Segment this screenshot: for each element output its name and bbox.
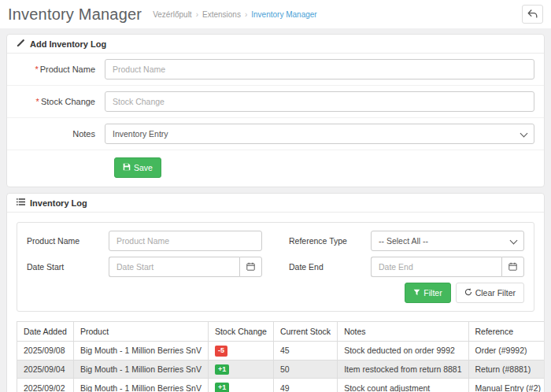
date-start-calendar-button[interactable] [239, 257, 262, 277]
add-panel-title: Add Inventory Log [30, 39, 106, 49]
col-stock-change: Stock Change [208, 322, 273, 342]
table-row: 2025/09/02Big Mouth - 1 Million Berries … [17, 379, 545, 392]
stock-change-label: *Stock Change [17, 97, 105, 106]
save-button[interactable]: Save [114, 157, 161, 178]
breadcrumb: Vezérlőpult Extensions Inventory Manager [153, 10, 316, 19]
inventory-log-panel: Inventory Log Product Name Date Start [6, 193, 545, 392]
filter-button[interactable]: Filter [405, 283, 450, 303]
table-row: 2025/09/08Big Mouth - 1 Million Berries … [17, 342, 545, 361]
log-panel-title: Inventory Log [30, 198, 87, 208]
table-header-row: Date Added Product Stock Change Current … [17, 322, 545, 342]
cell-notes: Stock deducted on order 9992 [338, 342, 468, 361]
cell-reference: Order (#9992) [468, 342, 545, 361]
cell-reference: Manual Entry (#2) [468, 379, 545, 392]
clear-filter-button[interactable]: Clear Filter [456, 283, 524, 303]
pencil-icon [17, 39, 25, 49]
filter-row-date-end: Date End [289, 257, 524, 277]
stock-change-badge: +1 [215, 383, 229, 392]
col-date-added: Date Added [17, 322, 74, 342]
refresh-icon [464, 288, 472, 298]
add-inventory-log-panel: Add Inventory Log *Product Name *Stock C… [6, 34, 545, 187]
log-table-body: 2025/09/08Big Mouth - 1 Million Berries … [17, 342, 545, 392]
cell-date-added: 2025/09/02 [17, 379, 74, 392]
inventory-log-table: Date Added Product Stock Change Current … [17, 321, 534, 392]
form-row-notes: Notes Inventory Entry [7, 118, 544, 150]
filter-product-name-label: Product Name [27, 236, 109, 246]
stock-change-badge: -5 [215, 346, 227, 357]
cell-product: Big Mouth - 1 Million Berries SnV [73, 360, 208, 379]
cell-stock-change: +1 [208, 379, 273, 392]
filter-date-start-label: Date Start [27, 262, 109, 272]
filter-row-date-start: Date Start [27, 257, 262, 277]
col-reference: Reference [468, 322, 545, 342]
stock-change-input[interactable] [105, 91, 534, 112]
date-end-input[interactable] [371, 257, 501, 277]
table-row: 2025/09/04Big Mouth - 1 Million Berries … [17, 360, 545, 379]
col-product: Product [73, 322, 208, 342]
product-name-label: *Product Name [17, 65, 105, 74]
filter-product-name-input[interactable] [109, 231, 262, 251]
calendar-icon [508, 261, 517, 273]
funnel-icon [413, 288, 420, 298]
filter-reference-type-label: Reference Type [289, 236, 371, 246]
calendar-icon [246, 261, 255, 273]
required-marker: * [36, 97, 39, 106]
cell-stock-change: +1 [208, 360, 273, 379]
reference-type-select[interactable]: -- Select All -- [371, 231, 524, 251]
cell-current-stock: 45 [273, 342, 337, 361]
date-end-calendar-button[interactable] [501, 257, 524, 277]
cell-date-added: 2025/09/08 [17, 342, 74, 361]
filter-row-reference-type: Reference Type -- Select All -- [289, 231, 524, 251]
page-title: Inventory Manager [8, 6, 142, 24]
add-panel-heading: Add Inventory Log [7, 35, 544, 54]
form-row-product-name: *Product Name [7, 54, 544, 86]
required-marker: * [35, 65, 38, 74]
date-start-input[interactable] [109, 257, 239, 277]
back-button[interactable] [522, 5, 543, 24]
product-name-input[interactable] [105, 59, 534, 80]
breadcrumb-inventory-manager[interactable]: Inventory Manager [241, 10, 317, 19]
save-row: Save [7, 150, 544, 187]
cell-product: Big Mouth - 1 Million Berries SnV [73, 342, 208, 361]
col-notes: Notes [338, 322, 468, 342]
cell-date-added: 2025/09/04 [17, 360, 74, 379]
cell-reference: Return (#8881) [468, 360, 545, 379]
save-icon [123, 163, 131, 172]
filter-date-end-label: Date End [289, 262, 371, 272]
breadcrumb-extensions[interactable]: Extensions [192, 10, 241, 19]
list-icon [17, 198, 25, 208]
stock-change-badge: +1 [215, 364, 229, 375]
notes-select[interactable]: Inventory Entry [105, 124, 534, 144]
cell-stock-change: -5 [208, 342, 273, 361]
filter-row-product-name: Product Name [27, 231, 262, 251]
log-panel-heading: Inventory Log [7, 194, 544, 213]
notes-label: Notes [17, 129, 105, 139]
back-arrow-icon [527, 9, 538, 20]
cell-current-stock: 50 [273, 360, 337, 379]
cell-current-stock: 49 [273, 379, 337, 392]
col-current-stock: Current Stock [273, 322, 337, 342]
form-row-stock-change: *Stock Change [7, 86, 544, 118]
page-header: Inventory Manager Vezérlőpult Extensions… [0, 0, 551, 28]
filter-well: Product Name Date Start [17, 222, 534, 312]
breadcrumb-dashboard[interactable]: Vezérlőpult [153, 10, 191, 19]
cell-notes: Stock count adjustment [338, 379, 468, 392]
cell-product: Big Mouth - 1 Million Berries SnV [73, 379, 208, 392]
cell-notes: Item restocked from return 8881 [338, 360, 468, 379]
